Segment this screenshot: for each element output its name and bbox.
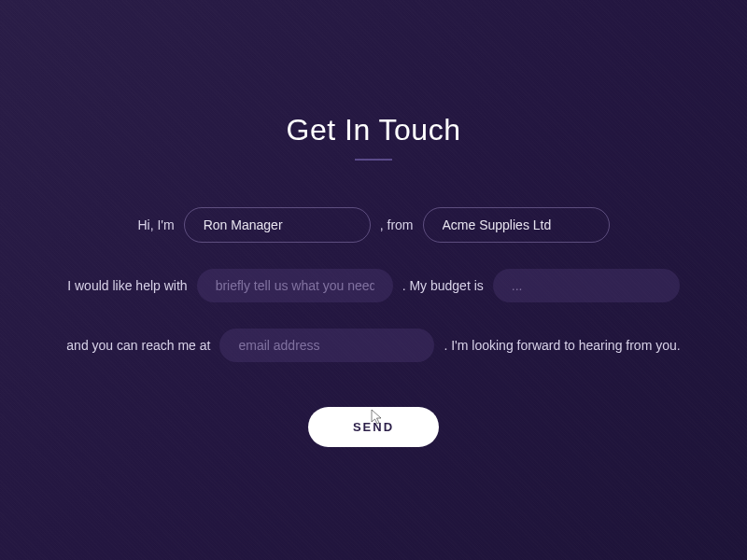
label-budget: . My budget is: [402, 278, 484, 293]
form-title: Get In Touch: [287, 113, 461, 147]
email-input[interactable]: [219, 329, 434, 362]
send-button[interactable]: SEND: [308, 407, 439, 447]
label-help: I would like help with: [67, 278, 187, 293]
label-closing: . I'm looking forward to hearing from yo…: [444, 338, 680, 353]
budget-input[interactable]: [493, 269, 680, 302]
form-row-need: I would like help with . My budget is: [47, 269, 700, 302]
form-row-contact: and you can reach me at . I'm looking fo…: [47, 329, 700, 362]
name-input[interactable]: [184, 207, 371, 243]
title-underline: [355, 159, 392, 161]
form-row-identity: Hi, I'm , from: [47, 207, 700, 243]
help-input[interactable]: [197, 269, 393, 302]
company-input[interactable]: [423, 207, 610, 243]
label-from: , from: [380, 217, 414, 232]
label-reach: and you can reach me at: [66, 338, 210, 353]
label-hi: Hi, I'm: [137, 217, 174, 232]
contact-form: Get In Touch Hi, I'm , from I would like…: [0, 113, 747, 447]
